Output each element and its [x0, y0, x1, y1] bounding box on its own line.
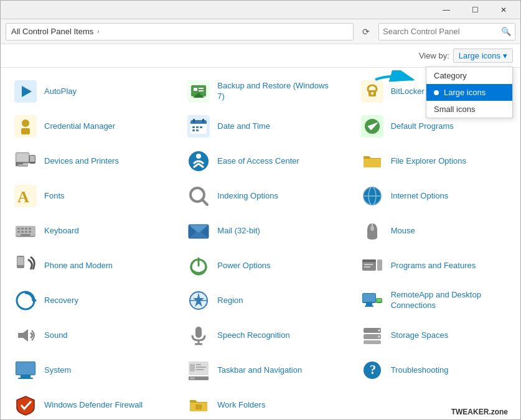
svg-rect-24 [192, 129, 195, 131]
item-troubleshoot[interactable]: ? Troubleshooting [347, 353, 520, 388]
indexing-label: Indexing Options [217, 191, 278, 202]
item-credential[interactable]: Credential Manager [1, 109, 174, 144]
svg-rect-103 [196, 364, 201, 365]
svg-point-76 [17, 292, 34, 309]
maximize-button[interactable]: ☐ [461, 1, 489, 19]
item-work[interactable]: Work Folders [174, 388, 347, 420]
svg-point-94 [378, 329, 380, 332]
svg-text:A: A [17, 188, 29, 206]
category-label: Category [434, 71, 467, 80]
system-label: System [44, 365, 71, 376]
phone-icon [13, 253, 38, 278]
arrow-indicator [372, 70, 422, 91]
power-icon [186, 253, 211, 278]
storage-label: Storage Spaces [391, 330, 449, 341]
programs-label: Programs and Features [391, 261, 476, 271]
svg-rect-21 [192, 126, 195, 128]
recovery-label: Recovery [44, 296, 78, 306]
dropdown-category[interactable]: Category [426, 67, 512, 84]
svg-rect-57 [25, 231, 27, 233]
item-mail[interactable]: Mail (32-bit) [174, 213, 347, 248]
recovery-icon [13, 288, 38, 313]
item-recovery[interactable]: Recovery [1, 283, 174, 318]
remote-label: RemoteApp and Desktop Connections [391, 290, 508, 311]
item-speech[interactable]: Speech Recognition [174, 318, 347, 353]
addressbar: All Control Panel Items › ⟳ 🔍 [1, 19, 520, 44]
programs-icon [360, 253, 385, 278]
taskbar-label: Taskbar and Navigation [217, 365, 302, 376]
svg-rect-106 [190, 364, 195, 371]
item-autoplay[interactable]: AutoPlay [1, 74, 174, 109]
default-label: Default Programs [391, 121, 454, 132]
item-windows-defender[interactable]: Windows Defender Firewall [1, 388, 174, 420]
svg-rect-105 [196, 369, 204, 370]
item-storage[interactable]: Storage Spaces [347, 318, 520, 353]
svg-rect-74 [364, 264, 373, 265]
item-indexing[interactable]: Indexing Options [174, 179, 347, 213]
svg-rect-82 [363, 294, 375, 302]
svg-rect-55 [17, 231, 20, 233]
item-datetime[interactable]: Date and Time [174, 109, 347, 144]
path-chevron: › [97, 28, 99, 35]
svg-point-36 [196, 154, 201, 159]
item-system[interactable]: System [1, 353, 174, 388]
search-box[interactable]: 🔍 [378, 23, 515, 40]
item-phone[interactable]: Phone and Modem [1, 248, 174, 283]
windows-defender-label: Windows Defender Firewall [44, 400, 143, 411]
close-button[interactable]: ✕ [489, 1, 518, 19]
troubleshoot-icon: ? [360, 358, 385, 383]
internet-icon [360, 184, 385, 208]
item-mouse[interactable]: Mouse [347, 213, 520, 248]
item-sound[interactable]: Sound [1, 318, 174, 353]
fileexplorer-label: File Explorer Options [391, 156, 466, 167]
datetime-icon [186, 114, 211, 139]
storage-icon [360, 323, 385, 348]
indexing-icon [186, 184, 211, 208]
ease-label: Ease of Access Center [217, 156, 299, 167]
svg-rect-6 [199, 88, 204, 89]
svg-rect-20 [202, 119, 204, 123]
viewby-button[interactable]: Large icons ▾ [453, 49, 513, 63]
dropdown-small-icons[interactable]: Small icons [426, 101, 512, 118]
item-power[interactable]: Power Options [174, 248, 347, 283]
viewby-chevron: ▾ [503, 51, 507, 60]
dropdown-large-icons[interactable]: Large icons [426, 84, 512, 101]
credential-icon [13, 114, 38, 139]
item-keyboard[interactable]: Keyboard [1, 213, 174, 248]
svg-rect-102 [190, 377, 195, 380]
item-devices[interactable]: Devices and Printers [1, 144, 174, 179]
search-input[interactable] [383, 27, 501, 36]
item-region[interactable]: Region [174, 283, 347, 318]
sound-icon [13, 323, 38, 348]
item-backup[interactable]: Backup and Restore (Windows 7) [174, 74, 347, 109]
address-path[interactable]: All Control Panel Items › [6, 23, 354, 40]
item-ease[interactable]: Ease of Access Center [174, 144, 347, 179]
speech-icon [186, 323, 211, 348]
items-container: AutoPlay Backup and Restore (Windows 7) [1, 68, 520, 420]
default-icon [360, 114, 385, 139]
path-text: All Control Panel Items [11, 27, 93, 36]
svg-rect-68 [17, 257, 24, 265]
minimize-button[interactable]: — [432, 1, 461, 19]
keyboard-icon [13, 218, 38, 243]
items-grid: AutoPlay Backup and Restore (Windows 7) [1, 74, 520, 420]
svg-rect-7 [199, 90, 204, 91]
item-fonts[interactable]: A Fonts [1, 179, 174, 213]
svg-rect-33 [30, 156, 35, 162]
svg-rect-88 [195, 327, 202, 338]
svg-rect-23 [200, 126, 202, 128]
svg-rect-25 [196, 129, 199, 131]
item-remote[interactable]: RemoteApp and Desktop Connections [347, 283, 520, 318]
item-internet[interactable]: Internet Options [347, 179, 520, 213]
svg-rect-30 [16, 153, 29, 162]
svg-rect-15 [21, 128, 30, 134]
item-taskbar[interactable]: Taskbar and Navigation [174, 353, 347, 388]
taskbar-icon [186, 358, 211, 383]
item-programs[interactable]: Programs and Features [347, 248, 520, 283]
troubleshoot-label: Troubleshooting [391, 365, 449, 376]
svg-rect-22 [196, 126, 199, 128]
viewby-current: Large icons [459, 51, 500, 60]
svg-point-66 [370, 226, 374, 231]
refresh-button[interactable]: ⟳ [357, 23, 375, 40]
item-fileexplorer[interactable]: File Explorer Options [347, 144, 520, 179]
